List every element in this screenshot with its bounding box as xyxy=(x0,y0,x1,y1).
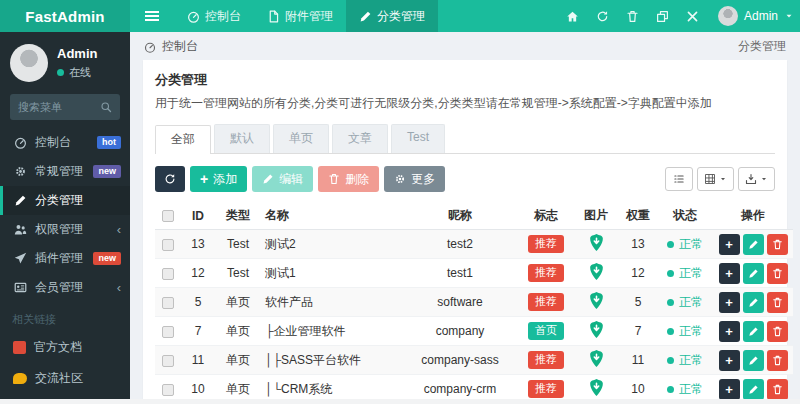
row-checkbox[interactable] xyxy=(162,355,174,367)
status-dot-icon xyxy=(667,328,674,335)
row-checkbox[interactable] xyxy=(162,239,174,251)
row-delete-button[interactable] xyxy=(767,350,788,371)
status-label: 正常 xyxy=(679,236,703,253)
row-edit-button[interactable] xyxy=(743,292,764,313)
column-header-图片[interactable]: 图片 xyxy=(573,202,619,230)
sidebar-user-panel: Admin 在线 xyxy=(0,32,130,92)
column-header-权重[interactable]: 权重 xyxy=(619,202,657,230)
sidebar-link-官方文档[interactable]: 官方文档 xyxy=(0,332,130,363)
delete-button[interactable]: 删除 xyxy=(318,166,379,192)
row-checkbox[interactable] xyxy=(162,297,174,309)
refresh-button[interactable] xyxy=(155,166,185,192)
image-icon[interactable] xyxy=(588,378,605,397)
row-checkbox[interactable] xyxy=(162,384,174,396)
row-delete-button[interactable] xyxy=(767,234,788,255)
topbar-tab-控制台[interactable]: 控制台 xyxy=(174,0,254,32)
sidebar-link-交流社区[interactable]: 交流社区 xyxy=(0,363,130,394)
row-add-button[interactable]: + xyxy=(719,263,740,284)
cell-type: 单页 xyxy=(215,346,261,375)
breadcrumb-left[interactable]: 控制台 xyxy=(162,38,198,55)
topbar-tab-附件管理[interactable]: 附件管理 xyxy=(254,0,346,32)
pencil-icon xyxy=(359,10,372,23)
column-header-操作[interactable]: 操作 xyxy=(713,202,793,230)
column-header-昵称[interactable]: 昵称 xyxy=(401,202,519,230)
search-input[interactable] xyxy=(18,101,100,113)
row-edit-button[interactable] xyxy=(743,379,764,400)
image-icon[interactable] xyxy=(588,262,605,281)
row-delete-button[interactable] xyxy=(767,263,788,284)
row-actions: + xyxy=(717,234,789,255)
row-add-button[interactable]: + xyxy=(719,234,740,255)
row-delete-button[interactable] xyxy=(767,321,788,342)
sidebar-item-分类管理[interactable]: 分类管理 xyxy=(0,186,130,215)
select-all-checkbox[interactable] xyxy=(162,210,174,222)
home-button[interactable] xyxy=(558,0,588,32)
image-icon[interactable] xyxy=(588,349,605,368)
row-delete-button[interactable] xyxy=(767,379,788,400)
column-header-标志[interactable]: 标志 xyxy=(519,202,573,230)
columns-button[interactable] xyxy=(697,167,734,191)
add-button[interactable]: +添加 xyxy=(190,166,247,192)
column-header-ID[interactable]: ID xyxy=(181,202,215,230)
image-icon[interactable] xyxy=(588,233,605,252)
row-add-button[interactable]: + xyxy=(719,292,740,313)
sidebar-item-常规管理[interactable]: 常规管理new xyxy=(0,157,130,186)
row-edit-button[interactable] xyxy=(743,321,764,342)
toggle-view-button[interactable] xyxy=(665,167,693,191)
row-add-button[interactable]: + xyxy=(719,321,740,342)
row-delete-button[interactable] xyxy=(767,292,788,313)
row-add-button[interactable]: + xyxy=(719,350,740,371)
table-row[interactable]: 12Test测试1test1推荐12正常+ xyxy=(155,259,793,288)
sidebar-section-title: 相关链接 xyxy=(0,302,130,332)
user-menu[interactable]: Admin xyxy=(708,6,800,26)
scrollbar-track[interactable] xyxy=(0,399,800,404)
windows-icon xyxy=(656,10,669,23)
cell-status: 正常 xyxy=(657,230,713,259)
trash-button[interactable] xyxy=(618,0,648,32)
tab-Test[interactable]: Test xyxy=(391,124,445,153)
row-edit-button[interactable] xyxy=(743,234,764,255)
sidebar-item-label: 控制台 xyxy=(35,134,71,151)
tab-文章[interactable]: 文章 xyxy=(332,124,388,153)
windows-button[interactable] xyxy=(648,0,678,32)
sidebar-toggle-button[interactable] xyxy=(130,0,174,32)
sidebar-item-控制台[interactable]: 控制台hot xyxy=(0,128,130,157)
hamburger-icon xyxy=(145,11,159,21)
chevron-down-icon xyxy=(719,175,727,183)
table-row[interactable]: 11单页│├SASS平台软件company-sass推荐11正常+ xyxy=(155,346,793,375)
topbar-tab-分类管理[interactable]: 分类管理 xyxy=(346,0,438,32)
dashboard-icon xyxy=(187,10,200,23)
sidebar-item-插件管理[interactable]: 插件管理new xyxy=(0,244,130,273)
tab-全部[interactable]: 全部 xyxy=(155,125,211,154)
row-checkbox[interactable] xyxy=(162,326,174,338)
image-icon[interactable] xyxy=(588,291,605,310)
tab-默认[interactable]: 默认 xyxy=(214,124,270,153)
close-button[interactable] xyxy=(678,0,708,32)
cell-flag: 推荐 xyxy=(519,346,573,375)
table-row[interactable]: 13Test测试2test2推荐13正常+ xyxy=(155,230,793,259)
pencil-icon xyxy=(748,355,759,366)
edit-button[interactable]: 编辑 xyxy=(252,166,313,192)
row-edit-button[interactable] xyxy=(743,350,764,371)
more-button[interactable]: 更多 xyxy=(384,166,445,192)
cell-type: Test xyxy=(215,259,261,288)
tab-单页[interactable]: 单页 xyxy=(273,124,329,153)
row-checkbox[interactable] xyxy=(162,268,174,280)
sidebar-item-权限管理[interactable]: 权限管理‹ xyxy=(0,215,130,244)
table-row[interactable]: 5单页软件产品software推荐5正常+ xyxy=(155,288,793,317)
row-add-button[interactable]: + xyxy=(719,379,740,400)
cell-id: 13 xyxy=(181,230,215,259)
sidebar-item-会员管理[interactable]: 会员管理‹ xyxy=(0,273,130,302)
app-logo[interactable]: FastAdmin xyxy=(0,0,130,32)
row-edit-button[interactable] xyxy=(743,263,764,284)
refresh-button[interactable] xyxy=(588,0,618,32)
table-row[interactable]: 7单页├企业管理软件company首页7正常+ xyxy=(155,317,793,346)
export-button[interactable] xyxy=(738,167,775,191)
cell-image xyxy=(573,288,619,317)
column-header-状态[interactable]: 状态 xyxy=(657,202,713,230)
trash-icon xyxy=(772,384,783,395)
column-header-类型[interactable]: 类型 xyxy=(215,202,261,230)
column-header-名称[interactable]: 名称 xyxy=(261,202,401,230)
topbar-right: Admin xyxy=(558,0,800,32)
image-icon[interactable] xyxy=(588,320,605,339)
